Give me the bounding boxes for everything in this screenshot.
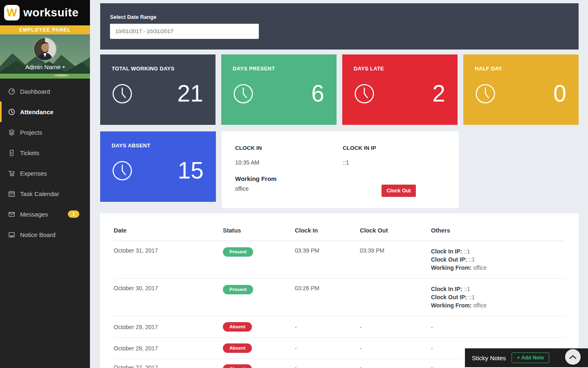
stat-label: HALF DAY — [475, 65, 566, 72]
user-name-label: Admin Name — [25, 63, 61, 70]
clock-icon — [354, 83, 375, 104]
ticket-icon — [8, 149, 16, 157]
second-row: DAYS ABSENT 15 CLOCK IN CLOCK IN IP 10:3… — [100, 131, 579, 208]
sidebar: W worksuite EMPLOYEE PANEL — [0, 0, 90, 368]
sidebar-item-label: Dashboard — [20, 88, 50, 95]
cell-status: Present — [223, 285, 295, 294]
cell-date: October 28, 2017 — [114, 345, 223, 352]
user-menu[interactable]: Admin Name▾ — [0, 63, 90, 70]
sidebar-item-expenses[interactable]: Expenses — [0, 163, 90, 183]
date-range-panel: Select Date Range — [100, 3, 579, 50]
stat-card-days-late: DAYS LATE 2 — [342, 54, 458, 125]
sidebar-item-label: Tickets — [20, 149, 39, 156]
stat-cards-row: TOTAL WORKING DAYS 21 DAYS PRESENT — [100, 54, 579, 125]
add-note-button[interactable]: + Add Note — [512, 352, 549, 363]
dashboard-gauge-icon — [8, 88, 16, 95]
sidebar-item-label: Task Calendar — [20, 190, 59, 197]
sidebar-item-messages[interactable]: Messages 1 — [0, 204, 90, 224]
table-header: Date Status Clock In Clock Out Others — [114, 213, 565, 241]
cell-clock-in: - — [295, 345, 360, 352]
cell-date: October 27, 2017 — [114, 364, 223, 368]
stat-card-days-absent: DAYS ABSENT 15 — [100, 131, 216, 202]
sidebar-item-label: Attendance — [20, 108, 54, 115]
table-row: October 30, 2017 Present 03:26 PM Clock … — [114, 279, 565, 316]
clock-icon — [112, 83, 133, 104]
clock-in-ip-label: CLOCK IN IP — [343, 145, 376, 151]
sidebar-item-dashboard[interactable]: Dashboard — [0, 81, 90, 102]
cell-status: Absent — [223, 364, 295, 368]
sidebar-item-task-calendar[interactable]: Task Calendar — [0, 183, 90, 204]
logo-w-icon: W — [4, 5, 20, 20]
status-badge: Absent — [223, 343, 252, 353]
clock-icon — [112, 160, 133, 181]
cell-clock-out: 03:39 PM — [360, 247, 431, 254]
employee-panel-label: EMPLOYEE PANEL — [0, 25, 90, 34]
col-others: Others — [431, 227, 565, 234]
status-badge: Present — [223, 247, 253, 257]
sidebar-menu: Dashboard Attendance Projects Tickets Ex… — [0, 79, 90, 245]
status-badge: Present — [223, 285, 253, 294]
sidebar-item-notice-board[interactable]: Notice Board — [0, 224, 90, 245]
attendance-table: Date Status Clock In Clock Out Others Oc… — [100, 213, 579, 368]
scroll-to-top-button[interactable] — [565, 349, 581, 365]
status-badge: Absent — [223, 322, 252, 332]
table-row: October 29, 2017 Absent - - - — [114, 316, 565, 338]
stat-value: 15 — [178, 159, 204, 182]
stat-value: 6 — [311, 82, 324, 105]
clock-in-label: CLOCK IN — [235, 145, 262, 151]
cell-clock-in: 03:26 PM — [295, 285, 360, 291]
date-range-label: Select Date Range — [110, 14, 569, 20]
cell-clock-in: - — [295, 324, 360, 330]
sidebar-item-tickets[interactable]: Tickets — [0, 142, 90, 163]
cell-clock-in: - — [295, 364, 360, 368]
stat-value: 21 — [177, 82, 203, 105]
stat-card-total-working-days: TOTAL WORKING DAYS 21 — [100, 54, 215, 125]
sticky-notes-title: Sticky Notes — [472, 354, 506, 361]
unread-count-badge: 1 — [68, 210, 79, 218]
cell-date: October 30, 2017 — [114, 285, 223, 291]
messages-envelope-icon — [8, 210, 16, 218]
cell-clock-out: - — [360, 364, 431, 368]
expenses-cart-icon — [8, 169, 16, 177]
sidebar-item-label: Expenses — [20, 170, 47, 177]
col-status: Status — [223, 227, 295, 234]
cell-status: Absent — [223, 343, 295, 353]
clock-icon — [233, 83, 254, 104]
cell-others: Clock In IP: ::1Clock Out IP: ::1Working… — [431, 285, 565, 309]
brand-name: worksuite — [23, 6, 79, 19]
chevron-up-icon — [569, 354, 577, 359]
attendance-clock-icon — [8, 108, 16, 116]
stat-label: DAYS LATE — [354, 65, 445, 72]
days-absent-slot: DAYS ABSENT 15 — [100, 131, 216, 208]
col-clock-in: Clock In — [295, 227, 360, 234]
sidebar-item-projects[interactable]: Projects — [0, 122, 90, 142]
avatar[interactable] — [34, 38, 56, 60]
stat-label: DAYS ABSENT — [112, 142, 204, 149]
stat-card-days-present: DAYS PRESENT 6 — [221, 54, 337, 125]
clock-in-panel: CLOCK IN CLOCK IN IP 10:35 AM ::1 Workin… — [222, 131, 459, 208]
cell-others: - — [431, 324, 565, 330]
sidebar-item-attendance[interactable]: Attendance — [0, 102, 90, 122]
projects-layers-icon — [8, 129, 16, 136]
clock-in-ip-value: ::1 — [343, 159, 349, 166]
profile-header: Admin Name▾ — [0, 34, 90, 79]
stat-card-half-day: HALF DAY 0 — [463, 54, 579, 125]
cell-date: October 31, 2017 — [114, 247, 223, 254]
col-clock-out: Clock Out — [360, 227, 431, 234]
sidebar-item-label: Messages — [20, 211, 48, 218]
stat-value: 2 — [432, 82, 445, 105]
clock-in-value: 10:35 AM — [235, 159, 259, 166]
cell-status: Present — [223, 247, 295, 257]
stat-label: TOTAL WORKING DAYS — [112, 65, 203, 72]
caret-down-icon: ▾ — [63, 65, 65, 69]
stat-value: 0 — [553, 82, 566, 105]
working-from-label: Working From — [235, 175, 276, 182]
sidebar-item-label: Notice Board — [20, 231, 56, 238]
cell-date: October 29, 2017 — [114, 324, 223, 330]
date-range-input[interactable] — [110, 24, 259, 39]
clock-out-button[interactable]: Clock Out — [382, 185, 416, 197]
clock-icon — [475, 83, 496, 104]
cell-clock-out: - — [360, 345, 431, 352]
main-content: Select Date Range TOTAL WORKING DAYS 21 … — [90, 0, 588, 368]
app-logo[interactable]: W worksuite — [0, 0, 90, 25]
